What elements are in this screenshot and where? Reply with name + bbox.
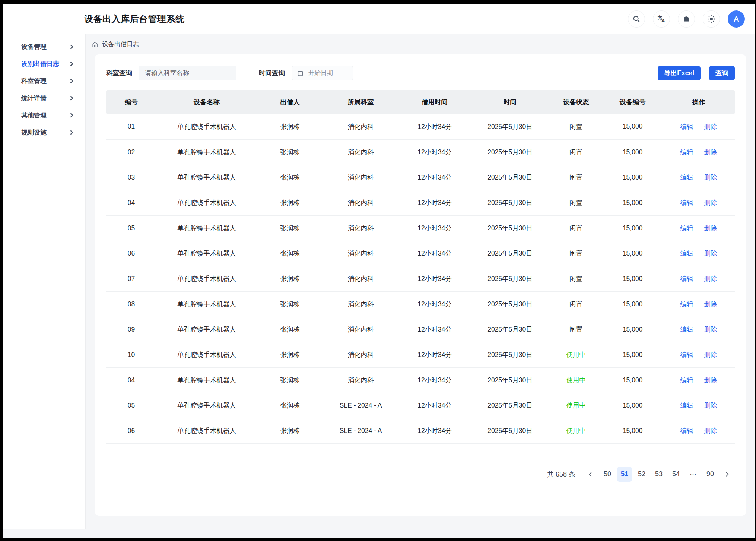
cell-department: 消化内科 — [323, 190, 398, 215]
language-button[interactable]: 文 A — [653, 10, 670, 28]
cell-device-name: 单孔腔镜手术机器人 — [156, 317, 257, 342]
cell-department: 消化内科 — [323, 342, 398, 367]
cell-row-number: 05 — [106, 393, 156, 418]
page-number-54[interactable]: 54 — [668, 467, 683, 482]
sidebar-item-label: 规则设施 — [21, 128, 47, 137]
cell-department: 消化内科 — [323, 215, 398, 241]
cell-device-status: 闲置 — [549, 165, 603, 190]
query-button[interactable]: 查询 — [709, 66, 735, 80]
sidebar-item-label: 设备管理 — [21, 42, 47, 51]
edit-link[interactable]: 编辑 — [680, 275, 693, 282]
sidebar-item-4[interactable]: 其他管理 — [3, 107, 85, 124]
pagination: 共 658 条 5051525354···90 — [106, 467, 735, 482]
delete-link[interactable]: 删除 — [704, 376, 717, 384]
cell-device-code: 15,000 — [603, 165, 662, 190]
content-card: 科室查询 时间查询 开始日期 导出Excel — [95, 54, 746, 516]
notification-button[interactable] — [678, 10, 695, 28]
cell-device-status: 闲置 — [549, 114, 603, 139]
cell-device-status: 闲置 — [549, 190, 603, 215]
table-row: 01 单孔腔镜手术机器人 张润栋 消化内科 12小时34分 2025年5月30日… — [106, 114, 735, 139]
cell-department: 消化内科 — [323, 291, 398, 317]
edit-link[interactable]: 编辑 — [680, 250, 693, 257]
cell-device-code: 15,000 — [603, 114, 662, 139]
delete-link[interactable]: 删除 — [704, 300, 717, 308]
sidebar-item-3[interactable]: 统计详情 — [3, 89, 85, 107]
page-number-90[interactable]: 90 — [703, 467, 718, 482]
chevron-right-icon — [69, 61, 74, 66]
edit-link[interactable]: 编辑 — [680, 174, 693, 181]
edit-link[interactable]: 编辑 — [680, 376, 693, 384]
cell-device-code: 15,000 — [603, 241, 662, 266]
chevron-right-icon — [69, 113, 74, 118]
table-row: 08 单孔腔镜手术机器人 张润栋 消化内科 12小时34分 2025年5月30日… — [106, 291, 735, 317]
dept-search-input[interactable] — [139, 66, 236, 80]
delete-link[interactable]: 删除 — [704, 326, 717, 333]
edit-link[interactable]: 编辑 — [680, 351, 693, 358]
export-excel-button[interactable]: 导出Excel — [658, 66, 701, 80]
edit-link[interactable]: 编辑 — [680, 123, 693, 130]
edit-link[interactable]: 编辑 — [680, 224, 693, 232]
cell-device-code: 15,000 — [603, 190, 662, 215]
table-row: 02 单孔腔镜手术机器人 张润栋 消化内科 12小时34分 2025年5月30日… — [106, 139, 735, 165]
delete-link[interactable]: 删除 — [704, 174, 717, 181]
column-header: 设备编号 — [603, 90, 662, 114]
delete-link[interactable]: 删除 — [704, 148, 717, 156]
user-avatar[interactable]: A — [728, 10, 745, 28]
delete-link[interactable]: 删除 — [704, 123, 717, 130]
table-row: 05 单孔腔镜手术机器人 张润栋 消化内科 12小时34分 2025年5月30日… — [106, 215, 735, 241]
edit-link[interactable]: 编辑 — [680, 300, 693, 308]
cell-row-number: 04 — [106, 190, 156, 215]
cell-row-number: 02 — [106, 139, 156, 165]
edit-link[interactable]: 编辑 — [680, 402, 693, 409]
device-log-table: 编号设备名称出借人所属科室借用时间时间设备状态设备编号操作 01 单孔腔镜手术机… — [106, 90, 735, 444]
prev-page-button[interactable] — [583, 467, 598, 482]
next-page-button[interactable] — [720, 467, 735, 482]
edit-link[interactable]: 编辑 — [680, 199, 693, 206]
delete-link[interactable]: 删除 — [704, 427, 717, 434]
sidebar-item-label: 设别出借日志 — [21, 60, 59, 68]
table-body: 01 单孔腔镜手术机器人 张润栋 消化内科 12小时34分 2025年5月30日… — [106, 114, 735, 443]
sidebar-item-1[interactable]: 设别出借日志 — [3, 55, 85, 72]
cell-department: 消化内科 — [323, 266, 398, 291]
date-picker-input[interactable]: 开始日期 — [292, 66, 353, 80]
sidebar-item-5[interactable]: 规则设施 — [3, 124, 85, 141]
page-number-52[interactable]: 52 — [634, 467, 649, 482]
edit-link[interactable]: 编辑 — [680, 326, 693, 333]
cell-department: 消化内科 — [323, 241, 398, 266]
page-number-50[interactable]: 50 — [600, 467, 615, 482]
theme-brightness-icon — [707, 15, 716, 23]
delete-link[interactable]: 删除 — [704, 224, 717, 232]
delete-link[interactable]: 删除 — [704, 351, 717, 358]
delete-link[interactable]: 删除 — [704, 250, 717, 257]
chevron-right-icon — [69, 44, 74, 49]
cell-row-number: 06 — [106, 418, 156, 443]
edit-link[interactable]: 编辑 — [680, 148, 693, 156]
cell-lender: 张润栋 — [257, 317, 323, 342]
cell-device-name: 单孔腔镜手术机器人 — [156, 241, 257, 266]
sidebar-item-0[interactable]: 设备管理 — [3, 38, 85, 55]
delete-link[interactable]: 删除 — [704, 199, 717, 206]
sidebar-item-label: 统计详情 — [21, 94, 47, 102]
page-number-51[interactable]: 51 — [617, 467, 632, 482]
cell-device-status: 闲置 — [549, 317, 603, 342]
search-button[interactable] — [628, 10, 645, 28]
page-number-53[interactable]: 53 — [651, 467, 666, 482]
theme-button[interactable] — [703, 10, 720, 28]
cell-department: 消化内科 — [323, 317, 398, 342]
table-row: 05 单孔腔镜手术机器人 张润栋 SLE - 2024 - A 12小时34分 … — [106, 393, 735, 418]
cell-device-status: 使用中 — [549, 418, 603, 443]
cell-device-name: 单孔腔镜手术机器人 — [156, 139, 257, 165]
cell-date: 2025年5月30日 — [471, 114, 549, 139]
pagination-total: 共 658 条 — [547, 470, 575, 479]
header-actions: 文 A A — [628, 10, 745, 28]
delete-link[interactable]: 删除 — [704, 402, 717, 409]
body-wrap: 设备管理 设别出借日志 科室管理 统计详情 — [3, 34, 755, 529]
delete-link[interactable]: 删除 — [704, 275, 717, 282]
cell-lender: 张润栋 — [257, 139, 323, 165]
sidebar-item-2[interactable]: 科室管理 — [3, 72, 85, 89]
home-icon — [92, 41, 99, 48]
table-row: 04 单孔腔镜手术机器人 张润栋 消化内科 12小时34分 2025年5月30日… — [106, 367, 735, 393]
cell-date: 2025年5月30日 — [471, 241, 549, 266]
edit-link[interactable]: 编辑 — [680, 427, 693, 434]
cell-lender: 张润栋 — [257, 165, 323, 190]
